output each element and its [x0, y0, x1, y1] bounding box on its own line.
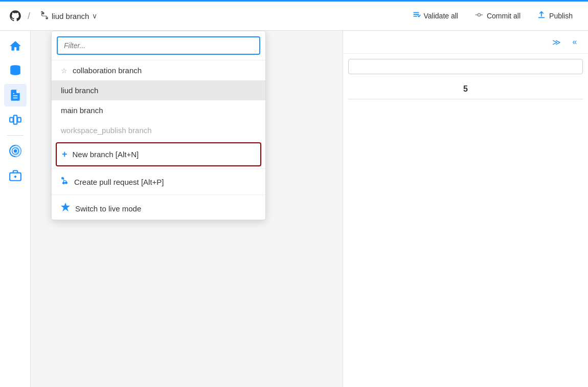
publish-icon — [537, 10, 546, 22]
dropdown-filter-section — [52, 31, 265, 60]
validate-all-button[interactable]: Validate all — [404, 7, 465, 25]
right-panel-toolbar: ≫ « — [343, 31, 588, 54]
switch-live-label: Switch to live mode — [75, 204, 141, 213]
sidebar-item-toolbox[interactable] — [4, 164, 27, 187]
dropdown-item-pull-request[interactable]: Create pull request [Alt+P] — [52, 171, 265, 192]
workspace-publish-branch-label: workspace_publish branch — [61, 126, 152, 135]
branch-selector-label: liud branch — [52, 12, 89, 20]
dropdown-divider-2 — [52, 195, 265, 195]
sidebar-item-document[interactable] — [4, 84, 27, 106]
dropdown-item-switch-live[interactable]: Switch to live mode — [52, 197, 265, 220]
svg-rect-6 — [538, 17, 545, 18]
right-panel-search-input[interactable] — [348, 59, 583, 74]
right-panel-divider — [348, 99, 583, 99]
svg-rect-12 — [17, 118, 21, 122]
plus-icon: + — [62, 149, 67, 160]
dropdown-item-main[interactable]: main branch — [52, 100, 265, 120]
dropdown-item-new-branch[interactable]: + New branch [Alt+N] — [56, 142, 261, 166]
publish-button[interactable]: Publish — [530, 7, 580, 25]
content-area: ☆ collaboration branch liud branch main … — [31, 31, 588, 387]
top-bar: / liud branch ∨ Validate all — [0, 0, 588, 31]
sidebar-item-pipeline[interactable] — [4, 109, 27, 131]
commit-all-button[interactable]: Commit all — [467, 7, 528, 25]
expand-icon[interactable]: ≫ — [549, 35, 563, 49]
branch-dropdown: ☆ collaboration branch liud branch main … — [51, 31, 266, 220]
live-mode-icon — [61, 203, 70, 214]
branch-selector[interactable]: liud branch ∨ — [35, 8, 101, 24]
right-panel: ≫ « 5 — [343, 31, 588, 387]
sidebar-item-database[interactable] — [4, 59, 27, 82]
collaboration-branch-label: collaboration branch — [73, 66, 142, 75]
sidebar — [0, 31, 31, 387]
sidebar-item-home[interactable] — [4, 35, 27, 57]
path-separator: / — [28, 11, 30, 22]
sidebar-item-monitor[interactable] — [4, 140, 27, 162]
main-layout: ☆ collaboration branch liud branch main … — [0, 31, 588, 387]
commit-all-label: Commit all — [487, 12, 521, 20]
right-panel-search — [348, 59, 583, 74]
validate-all-label: Validate all — [424, 12, 458, 20]
branch-selector-icon — [39, 10, 49, 22]
new-branch-label: New branch [Alt+N] — [73, 150, 139, 159]
toolbar-buttons: Validate all Commit all Publish — [404, 7, 580, 25]
liud-branch-label: liud branch — [61, 86, 98, 95]
sidebar-divider-1 — [7, 135, 24, 136]
svg-point-3 — [478, 13, 480, 16]
collapse-icon[interactable]: « — [568, 35, 582, 49]
github-icon — [8, 9, 22, 23]
filter-input[interactable] — [57, 36, 260, 55]
svg-rect-13 — [13, 115, 17, 124]
dropdown-item-workspace-publish: workspace_publish branch — [52, 120, 265, 140]
right-panel-count: 5 — [343, 79, 588, 99]
svg-rect-11 — [10, 118, 13, 122]
dropdown-item-collaboration[interactable]: ☆ collaboration branch — [52, 60, 265, 80]
star-icon: ☆ — [61, 67, 67, 75]
svg-point-17 — [13, 149, 17, 153]
commit-all-icon — [474, 10, 484, 22]
svg-marker-22 — [62, 204, 69, 211]
chevron-down-icon: ∨ — [92, 12, 97, 20]
main-branch-label: main branch — [61, 106, 103, 115]
dropdown-item-liud[interactable]: liud branch — [52, 80, 265, 100]
publish-label: Publish — [549, 12, 573, 20]
dropdown-divider-1 — [52, 168, 265, 169]
validate-all-icon — [412, 10, 421, 22]
pull-request-icon — [61, 177, 69, 187]
pull-request-label: Create pull request [Alt+P] — [74, 178, 164, 186]
